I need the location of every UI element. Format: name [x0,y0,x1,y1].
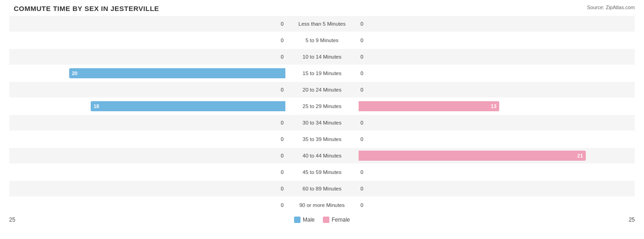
chart-container: COMMUTE TIME BY SEX IN JESTERVILLE Sourc… [0,0,644,239]
right-bar-container: 0 [359,33,635,48]
left-bar-container: 0 [9,33,285,48]
left-bar-container: 0 [9,131,285,147]
chart-row: 05 to 9 Minutes0 [9,33,635,48]
bar-female-zero: 0 [360,21,363,27]
chart-row: 1825 to 29 Minutes13 [9,98,635,114]
bar-female-value: 13 [491,103,497,109]
left-bar-container: 0 [9,82,285,98]
bar-male: 20 [69,68,285,78]
right-bar-container: 0 [359,164,635,180]
bar-male-zero: 0 [281,186,284,191]
right-bar-container: 0 [359,65,635,81]
legend-male-box [294,217,300,223]
bar-female: 13 [359,101,499,111]
chart-row: 045 to 59 Minutes0 [9,164,635,180]
chart-row: 030 to 34 Minutes0 [9,115,635,130]
bar-female-zero: 0 [360,120,363,125]
chart-area: 0Less than 5 Minutes005 to 9 Minutes0010… [9,16,635,213]
bar-male-zero: 0 [281,87,284,92]
bar-female-zero: 0 [360,186,363,191]
right-bar-container: 0 [359,16,635,32]
row-label: 90 or more Minutes [285,202,359,208]
left-bar-container: 0 [9,181,285,196]
chart-row: 090 or more Minutes0 [9,197,635,213]
chart-row: 010 to 14 Minutes0 [9,49,635,65]
source-label: Source: ZipAtlas.com [587,5,635,10]
bar-female: 21 [359,151,586,161]
row-label: 60 to 89 Minutes [285,186,359,191]
legend-female-box [323,217,329,223]
row-label: 35 to 39 Minutes [285,136,359,142]
right-bar-container: 0 [359,49,635,65]
row-label: 5 to 9 Minutes [285,38,359,43]
row-label: Less than 5 Minutes [285,21,359,27]
bar-female-zero: 0 [360,202,363,208]
right-bar-container: 0 [359,115,635,130]
chart-row: 060 to 89 Minutes0 [9,181,635,196]
bar-male-zero: 0 [281,120,284,125]
bar-male-zero: 0 [281,153,284,158]
left-bar-container: 20 [9,65,285,81]
bar-female-zero: 0 [360,38,363,43]
chart-title: COMMUTE TIME BY SEX IN JESTERVILLE [9,5,635,12]
bar-female-zero: 0 [360,136,363,142]
chart-row: 040 to 44 Minutes21 [9,148,635,163]
left-bar-container: 0 [9,16,285,32]
left-bar-container: 0 [9,115,285,130]
row-label: 30 to 34 Minutes [285,120,359,125]
row-label: 45 to 59 Minutes [285,169,359,175]
chart-footer: 25 Male Female 25 [9,217,635,223]
bar-female-zero: 0 [360,87,363,92]
row-label: 25 to 29 Minutes [285,103,359,109]
legend-male: Male [294,217,315,223]
row-label: 15 to 19 Minutes [285,71,359,76]
bar-female-zero: 0 [360,54,363,60]
left-bar-container: 0 [9,197,285,213]
axis-right-label: 25 [629,217,635,223]
chart-row: 035 to 39 Minutes0 [9,131,635,147]
left-bar-container: 0 [9,164,285,180]
left-bar-container: 0 [9,148,285,163]
bar-male-zero: 0 [281,169,284,175]
bar-male-value: 18 [93,103,99,109]
legend-male-label: Male [303,217,315,223]
bar-male-zero: 0 [281,38,284,43]
row-label: 40 to 44 Minutes [285,153,359,158]
right-bar-container: 13 [359,98,635,114]
right-bar-container: 0 [359,197,635,213]
chart-row: 020 to 24 Minutes0 [9,82,635,98]
bar-male-zero: 0 [281,54,284,60]
legend-female: Female [323,217,350,223]
left-bar-container: 0 [9,49,285,65]
bar-female-value: 21 [577,153,583,158]
legend-female-label: Female [332,217,350,223]
bar-male-zero: 0 [281,136,284,142]
row-label: 20 to 24 Minutes [285,87,359,92]
right-bar-container: 0 [359,131,635,147]
bar-female-zero: 0 [360,71,363,76]
legend: Male Female [294,217,350,223]
chart-row: 2015 to 19 Minutes0 [9,65,635,81]
axis-left-label: 25 [9,217,15,223]
bar-male: 18 [91,101,285,111]
chart-row: 0Less than 5 Minutes0 [9,16,635,32]
right-bar-container: 21 [359,148,635,163]
right-bar-container: 0 [359,82,635,98]
bar-male-zero: 0 [281,21,284,27]
bar-male-value: 20 [72,71,77,76]
bar-female-zero: 0 [360,169,363,175]
bar-male-zero: 0 [281,202,284,208]
left-bar-container: 18 [9,98,285,114]
right-bar-container: 0 [359,181,635,196]
row-label: 10 to 14 Minutes [285,54,359,60]
